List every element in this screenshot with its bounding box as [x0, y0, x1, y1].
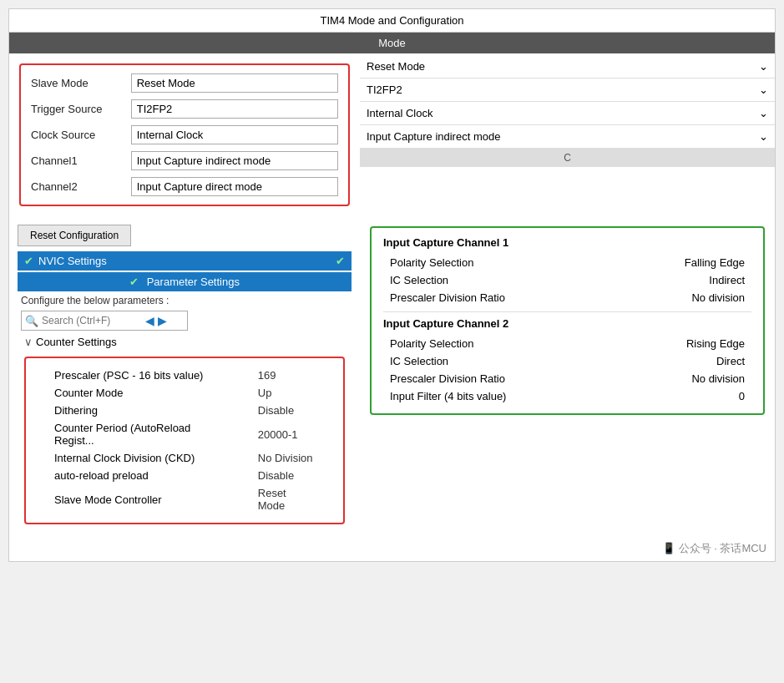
counter-row: Slave Mode Controller Reset Mode — [38, 484, 331, 514]
top-section: Slave Mode Reset Mode Trigger Source TI2… — [9, 53, 775, 216]
parameter-settings-row[interactable]: ✔ Parameter Settings — [18, 272, 352, 291]
nvic-check-icon: ✔ — [24, 255, 33, 267]
channel1-value: Input Capture indirect mode — [137, 154, 271, 167]
counter-row-value: 169 — [241, 367, 331, 384]
clock-source-value: Internal Clock — [137, 129, 203, 141]
trigger-source-full-value: TI2FP2 — [367, 83, 402, 96]
channel1-dropdown[interactable]: Input Capture indirect mode — [131, 151, 338, 170]
channel-divider — [383, 311, 751, 312]
counter-row: auto-reload preload Disable — [38, 467, 331, 484]
counter-settings-label: Counter Settings — [36, 336, 117, 348]
slave-mode-dropdown[interactable]: Reset Mode — [131, 73, 338, 93]
slave-mode-label: Slave Mode — [26, 70, 126, 96]
channel1-arrow-icon: ⌄ — [759, 130, 768, 143]
channel2-label: Channel2 — [26, 174, 126, 200]
counter-row-label: auto-reload preload — [38, 467, 241, 484]
bottom-left-controls: Reset Configuration ✔ NVIC Settings ✔ ✔ … — [9, 216, 360, 536]
ch1-ic-label: IC Selection — [383, 271, 617, 289]
slave-mode-input-cell: Reset Mode — [126, 70, 343, 96]
watermark: 📱 公众号 · 茶话MCU — [9, 536, 775, 561]
clock-source-label: Clock Source — [26, 122, 126, 148]
channel1-title: Input Capture Channel 1 — [383, 236, 751, 249]
ch2-polarity-label: Polarity Selection — [383, 335, 620, 352]
ch2-polarity-row: Polarity Selection Rising Edge — [383, 335, 751, 352]
mode-header: Mode — [9, 33, 775, 53]
slave-mode-full-value: Reset Mode — [367, 60, 425, 73]
window-title: TIM4 Mode and Configuration — [9, 9, 775, 33]
counter-params-table: Prescaler (PSC - 16 bits value) 169 Coun… — [38, 367, 331, 514]
trigger-source-arrow-icon: ⌄ — [759, 83, 768, 96]
counter-row-label: Prescaler (PSC - 16 bits value) — [38, 367, 241, 384]
slave-mode-arrow-icon: ⌄ — [759, 60, 768, 73]
counter-row: Internal Clock Division (CKD) No Divisio… — [38, 449, 331, 467]
channel1-full-dropdown[interactable]: Input Capture indirect mode ⌄ — [360, 125, 775, 149]
trigger-source-full-dropdown[interactable]: TI2FP2 ⌄ — [360, 78, 775, 102]
input-capture-channel1-box: Input Capture Channel 1 Polarity Selecti… — [370, 226, 765, 415]
channel1-label: Channel1 — [26, 148, 126, 174]
ch1-ic-selection-row: IC Selection Indirect — [383, 271, 751, 289]
clock-source-full-dropdown[interactable]: Internal Clock ⌄ — [360, 102, 775, 125]
counter-row-value: Disable — [241, 467, 331, 484]
nav-left-icon[interactable]: ◀ — [145, 314, 154, 327]
slave-mode-value: Reset Mode — [137, 77, 195, 89]
counter-row-value: Disable — [241, 402, 331, 419]
ch2-filter-label: Input Filter (4 bits value) — [383, 387, 620, 405]
ch1-polarity-label: Polarity Selection — [383, 254, 617, 271]
ch2-prescaler-row: Prescaler Division Ratio No division — [383, 370, 751, 387]
param-settings-label: Parameter Settings — [147, 276, 240, 288]
trigger-source-label: Trigger Source — [26, 96, 126, 122]
channel1-row: Channel1 Input Capture indirect mode — [26, 148, 343, 174]
clock-source-input-cell: Internal Clock — [126, 122, 343, 148]
search-bar[interactable]: 🔍 ◀ ▶ — [21, 311, 188, 331]
ch1-polarity-row: Polarity Selection Falling Edge — [383, 254, 751, 271]
ch2-filter-value: 0 — [620, 387, 751, 405]
channel2-input-cell: Input Capture direct mode — [126, 174, 343, 200]
nvic-settings-row[interactable]: ✔ NVIC Settings ✔ — [18, 251, 352, 271]
right-channel-panel: Input Capture Channel 1 Polarity Selecti… — [360, 216, 775, 536]
counter-row: Dithering Disable — [38, 402, 331, 419]
channel2-table: Polarity Selection Rising Edge IC Select… — [383, 335, 751, 405]
ch1-prescaler-label: Prescaler Division Ratio — [383, 289, 617, 306]
reset-config-button[interactable]: Reset Configuration — [18, 225, 131, 246]
param-check-icon: ✔ — [129, 276, 139, 288]
channel2-row: Channel2 Input Capture direct mode — [26, 174, 343, 200]
channel2-dropdown[interactable]: Input Capture direct mode — [131, 177, 338, 196]
ch2-ic-label: IC Selection — [383, 352, 620, 370]
channel1-input-cell: Input Capture indirect mode — [126, 148, 343, 174]
clock-source-dropdown[interactable]: Internal Clock — [131, 125, 338, 144]
ch2-polarity-value: Rising Edge — [620, 335, 751, 352]
left-mode-panel: Slave Mode Reset Mode Trigger Source TI2… — [9, 53, 360, 216]
nav-right-icon[interactable]: ▶ — [158, 314, 167, 327]
counter-settings-section: ∨ Counter Settings Prescaler (PSC - 16 b… — [21, 334, 348, 524]
counter-settings-box: Prescaler (PSC - 16 bits value) 169 Coun… — [24, 357, 345, 524]
channel1-full-value: Input Capture indirect mode — [367, 130, 500, 143]
counter-settings-header: ∨ Counter Settings — [21, 334, 348, 350]
trigger-source-input-cell: TI2FP2 — [126, 96, 343, 122]
ch2-filter-row: Input Filter (4 bits value) 0 — [383, 387, 751, 405]
clock-source-arrow-icon: ⌄ — [759, 107, 768, 119]
middle-section: Reset Configuration ✔ NVIC Settings ✔ ✔ … — [9, 216, 775, 536]
trigger-source-dropdown[interactable]: TI2FP2 — [131, 99, 338, 119]
counter-row-label: Internal Clock Division (CKD) — [38, 449, 241, 467]
channel2-title: Input Capture Channel 2 — [383, 317, 751, 330]
search-input[interactable] — [42, 315, 142, 326]
mode-table: Slave Mode Reset Mode Trigger Source TI2… — [26, 70, 343, 200]
counter-row-label: Dithering — [38, 402, 241, 419]
mode-config-box: Slave Mode Reset Mode Trigger Source TI2… — [19, 63, 350, 206]
counter-row: Prescaler (PSC - 16 bits value) 169 — [38, 367, 331, 384]
ch2-ic-selection-row: IC Selection Direct — [383, 352, 751, 370]
counter-row-value: No Division — [241, 449, 331, 467]
slave-mode-full-dropdown[interactable]: Reset Mode ⌄ — [360, 55, 775, 78]
counter-row-label: Slave Mode Controller — [38, 484, 241, 514]
main-window: TIM4 Mode and Configuration Mode Slave M… — [8, 8, 776, 562]
ch1-polarity-value: Falling Edge — [617, 254, 751, 271]
wechat-icon: 📱 — [662, 542, 675, 554]
ch1-prescaler-row: Prescaler Division Ratio No division — [383, 289, 751, 306]
top-dropdowns: Reset Mode ⌄ TI2FP2 ⌄ Internal Clock ⌄ I… — [360, 53, 775, 216]
ch2-ic-value: Direct — [620, 352, 751, 370]
counter-expand-icon[interactable]: ∨ — [24, 336, 33, 348]
clock-source-row: Clock Source Internal Clock — [26, 122, 343, 148]
counter-row-value: 20000-1 — [241, 419, 331, 449]
channel2-bar: C — [360, 149, 775, 167]
counter-row-label: Counter Mode — [38, 384, 241, 402]
